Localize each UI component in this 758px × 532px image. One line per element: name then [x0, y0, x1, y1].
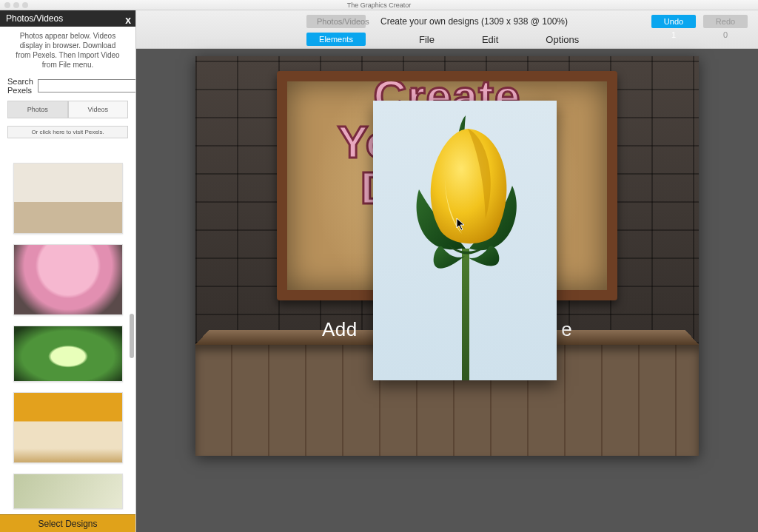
visit-pexels-link[interactable]: Or click here to visit Pexels. — [7, 126, 128, 138]
traffic-lights — [4, 2, 28, 8]
tab-videos[interactable]: Videos — [68, 101, 129, 118]
menu-file[interactable]: File — [419, 34, 435, 45]
subtitle-left: Add — [322, 318, 358, 340]
sidebar-tabs: Photos Videos — [7, 101, 128, 118]
cursor-icon — [456, 218, 466, 231]
minimize-dot-icon[interactable] — [13, 2, 19, 8]
document-title: Create your own designs (1309 x 938 @ 10… — [380, 16, 568, 27]
thumbnail-item[interactable] — [13, 326, 123, 382]
thumbnail-item[interactable] — [13, 392, 123, 463]
app-title: The Graphics Creator — [347, 1, 412, 9]
close-dot-icon[interactable] — [4, 2, 10, 8]
thumbnail-item[interactable] — [13, 474, 123, 509]
zoom-dot-icon[interactable] — [22, 2, 28, 8]
scrollbar-thumb[interactable] — [130, 314, 134, 358]
redo-button[interactable]: Redo 0 — [703, 15, 748, 28]
sidebar-header: Photos/Videos x — [0, 10, 135, 27]
sidebar-scrollbar[interactable] — [130, 158, 134, 507]
select-designs-button[interactable]: Select Designs — [0, 514, 135, 532]
elements-button[interactable]: Elements — [306, 33, 366, 46]
undo-button[interactable]: Undo 1 — [651, 15, 696, 28]
top-toolbar: Photos/Videos Create your own designs (1… — [136, 10, 758, 49]
photos-videos-button[interactable]: Photos/Videos — [306, 15, 366, 28]
search-row: Search Pexels — [0, 74, 135, 98]
app-frame: Photos/Videos x Photos appear below. Vid… — [0, 10, 758, 532]
design-canvas[interactable]: Your Own Create Design! Add e — [195, 56, 699, 456]
thumbnail-item[interactable] — [13, 163, 123, 234]
window-titlebar: The Graphics Creator — [0, 0, 758, 10]
close-icon[interactable]: x — [125, 12, 131, 28]
menu-edit[interactable]: Edit — [482, 34, 498, 45]
menu-options[interactable]: Options — [546, 34, 579, 45]
canvas-area[interactable]: Your Own Create Design! Add e — [136, 49, 758, 532]
rose-image[interactable] — [373, 101, 557, 380]
thumbnail-item[interactable] — [13, 244, 123, 315]
search-label: Search Pexels — [7, 77, 33, 95]
rose-icon — [373, 101, 557, 380]
thumbnail-list — [0, 158, 135, 510]
svg-rect-0 — [462, 249, 469, 380]
subtitle-right: e — [561, 318, 572, 340]
sidebar-title: Photos/Videos — [6, 13, 63, 24]
sidebar-info: Photos appear below. Videos display in b… — [0, 27, 135, 74]
sidebar: Photos/Videos x Photos appear below. Vid… — [0, 10, 136, 532]
search-input[interactable] — [38, 79, 136, 92]
tab-photos[interactable]: Photos — [7, 101, 68, 118]
